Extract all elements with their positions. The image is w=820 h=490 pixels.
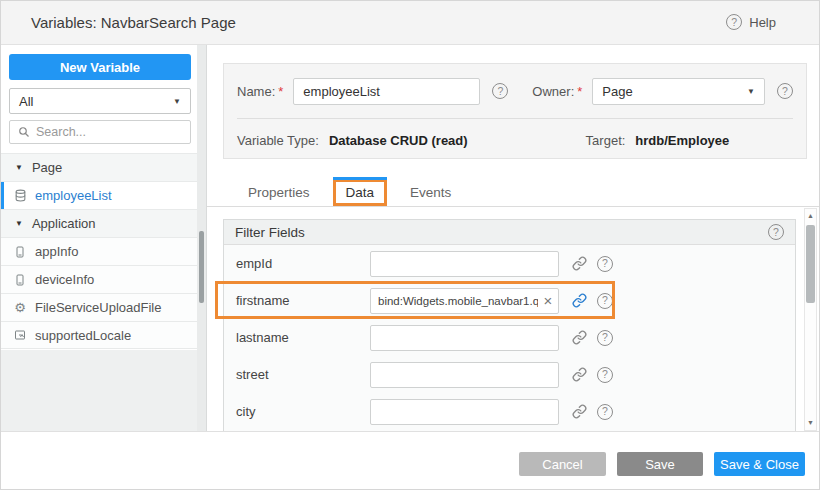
filter-row-street: street ?	[224, 356, 795, 393]
field-label: firstname	[236, 293, 370, 308]
chevron-down-icon: ▼	[747, 87, 755, 96]
device-icon	[13, 245, 27, 259]
target-label: Target:	[586, 133, 626, 148]
bind-expression: bind:Widgets.mobile_navbar1.query	[371, 295, 538, 307]
tree-item-fileserviceuploadfile[interactable]: ⚙ FileServiceUploadFile	[1, 293, 198, 321]
filter-row-city: city ?	[224, 393, 795, 430]
save-and-close-button[interactable]: Save & Close	[714, 452, 805, 476]
new-variable-button[interactable]: New Variable	[9, 54, 191, 80]
owner-label: Owner:	[532, 84, 574, 99]
page-title: Variables: NavbarSearch Page	[31, 14, 236, 31]
filter-fields-help-icon[interactable]: ?	[768, 224, 784, 240]
required-marker: *	[577, 84, 582, 99]
firstname-bind-input[interactable]: bind:Widgets.mobile_navbar1.query ×	[370, 288, 559, 314]
target-value: hrdb/Employee	[635, 133, 729, 148]
variable-filter-select[interactable]: All ▼	[9, 88, 191, 114]
dialog-header: Variables: NavbarSearch Page ? Help	[1, 1, 820, 45]
field-help-icon[interactable]: ?	[597, 256, 613, 272]
owner-select[interactable]: Page ▼	[592, 78, 765, 105]
bind-link-icon[interactable]	[570, 366, 588, 384]
editor-tabbar: Properties Data Events	[207, 179, 820, 207]
field-help-icon[interactable]: ?	[597, 367, 613, 383]
filter-row-empid: empId ?	[224, 245, 795, 282]
device-icon	[13, 273, 27, 287]
owner-value: Page	[602, 84, 747, 99]
variable-type-value: Database CRUD (read)	[329, 133, 468, 148]
owner-help-icon[interactable]: ?	[777, 83, 793, 99]
variables-tree: ▼ Page employeeList ▼ Application appInf…	[1, 153, 198, 349]
tree-group-page[interactable]: ▼ Page	[1, 153, 198, 181]
variable-type-label: Variable Type:	[237, 133, 319, 148]
field-label: city	[236, 404, 370, 419]
search-icon	[18, 126, 30, 138]
help-button[interactable]: ? Help	[726, 14, 776, 30]
field-label: empId	[236, 256, 370, 271]
variable-search-box[interactable]	[9, 120, 191, 144]
variable-filter-value: All	[19, 94, 173, 109]
tab-properties[interactable]: Properties	[234, 179, 324, 206]
tree-item-employeelist[interactable]: employeeList	[1, 181, 198, 209]
tree-group-label: Page	[32, 160, 62, 175]
search-input[interactable]	[36, 125, 182, 139]
bind-link-icon[interactable]	[570, 255, 588, 273]
empid-input[interactable]	[370, 251, 559, 277]
tree-item-label: deviceInfo	[35, 272, 94, 287]
service-gear-icon: ⚙	[13, 301, 27, 315]
collapse-arrow-icon: ▼	[15, 219, 23, 228]
content-scrollbar[interactable]: ▲ ▼	[804, 208, 817, 431]
name-label: Name:	[237, 84, 275, 99]
collapse-arrow-icon: ▼	[15, 163, 23, 172]
tab-events[interactable]: Events	[396, 179, 465, 206]
name-field[interactable]	[293, 78, 480, 105]
locale-icon	[13, 328, 27, 342]
variables-dialog: Variables: NavbarSearch Page ? Help New …	[0, 0, 820, 490]
variables-sidebar: New Variable All ▼ ▼ Page employeeList	[1, 45, 207, 431]
scroll-up-icon[interactable]: ▲	[805, 211, 816, 221]
filter-fields-panel: Filter Fields ? empId ? firstname bind:W…	[223, 219, 796, 431]
tree-item-deviceinfo[interactable]: deviceInfo	[1, 265, 198, 293]
field-label: lastname	[236, 330, 370, 345]
bind-link-icon[interactable]	[570, 329, 588, 347]
tree-group-application[interactable]: ▼ Application	[1, 209, 198, 237]
lastname-input[interactable]	[370, 325, 559, 351]
field-help-icon[interactable]: ?	[597, 404, 613, 420]
variable-editor-main: Name:* ? Owner:* Page ▼ ? Variable Type:…	[207, 45, 820, 431]
tree-item-appinfo[interactable]: appInfo	[1, 237, 198, 265]
chevron-down-icon: ▼	[173, 97, 181, 106]
name-help-icon[interactable]: ?	[492, 83, 508, 99]
filter-fields-header: Filter Fields ?	[224, 220, 795, 245]
field-help-icon[interactable]: ?	[597, 293, 613, 309]
tree-item-label: supportedLocale	[35, 328, 131, 343]
street-input[interactable]	[370, 362, 559, 388]
dialog-footer: Cancel Save Save & Close	[1, 431, 820, 490]
scroll-down-icon[interactable]: ▼	[805, 418, 816, 428]
content-scrollbar-thumb[interactable]	[806, 225, 815, 303]
tab-data[interactable]: Data	[336, 182, 385, 203]
sidebar-empty-area	[1, 350, 198, 431]
clear-binding-icon[interactable]: ×	[538, 292, 558, 309]
required-marker: *	[278, 84, 283, 99]
filter-row-firstname: firstname bind:Widgets.mobile_navbar1.qu…	[224, 282, 795, 319]
tree-group-label: Application	[32, 216, 96, 231]
tree-item-label: FileServiceUploadFile	[35, 300, 161, 315]
filter-row-lastname: lastname ?	[224, 319, 795, 356]
city-input[interactable]	[370, 399, 559, 425]
bind-link-icon-active[interactable]	[570, 292, 588, 310]
data-tab-annotation-box: Data	[333, 179, 388, 206]
variable-summary-panel: Name:* ? Owner:* Page ▼ ? Variable Type:…	[223, 63, 807, 159]
field-label: street	[236, 367, 370, 382]
sidebar-scrollbar[interactable]	[197, 45, 206, 431]
tree-item-label: appInfo	[35, 244, 78, 259]
save-button[interactable]: Save	[617, 452, 703, 476]
cancel-button[interactable]: Cancel	[519, 452, 606, 476]
tree-item-label: employeeList	[35, 188, 112, 203]
help-question-icon: ?	[726, 14, 742, 30]
panel-divider	[237, 118, 793, 119]
field-help-icon[interactable]: ?	[597, 330, 613, 346]
sidebar-scrollbar-thumb[interactable]	[199, 231, 204, 303]
tree-item-supportedlocale[interactable]: supportedLocale	[1, 321, 198, 349]
database-icon	[13, 189, 27, 203]
filter-fields-title: Filter Fields	[235, 225, 768, 240]
bind-link-icon[interactable]	[570, 403, 588, 421]
help-label: Help	[749, 15, 776, 30]
